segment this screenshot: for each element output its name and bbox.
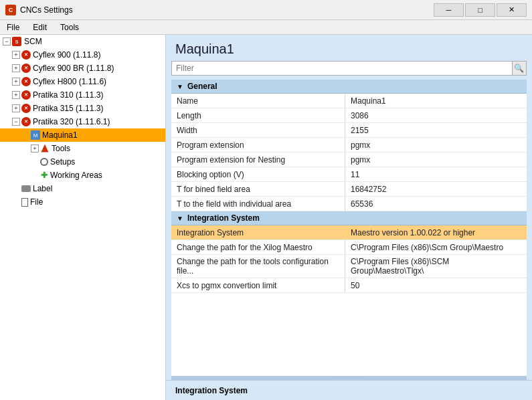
tree-item-label[interactable]: Label	[0, 182, 165, 195]
tree-label-pratika315: Pratika 315 (1.11.3)	[33, 104, 103, 113]
tree-label-setups: Setups	[50, 157, 75, 167]
status-label: Integration System	[175, 386, 248, 395]
cnc-icon-cyflex900: ✕	[21, 50, 31, 60]
filter-bar: 🔍	[166, 61, 532, 80]
table-spacer	[171, 293, 527, 346]
tree-item-maquina1[interactable]: M Maquina1	[0, 128, 165, 142]
tree-item-cyflex900br[interactable]: + ✕ Cyflex 900 BR (1.11.8)	[0, 62, 165, 75]
section-general-arrow: ▼	[177, 83, 183, 90]
tree-item-pratika320[interactable]: − ✕ Pratika 320 (1.11.6.1)	[0, 115, 165, 128]
status-bar: Integration System	[166, 380, 532, 400]
cnc-icon-pratika310: ✕	[21, 90, 31, 100]
tree-label-cyflex900br: Cyflex 900 BR (1.11.8)	[33, 64, 114, 73]
content-panel: Maquina1 🔍 ▼ General Name Maquina1 Lengt…	[166, 35, 532, 400]
expand-pratika315[interactable]: +	[12, 104, 20, 112]
content-title: Maquina1	[166, 35, 532, 61]
main-container: − S SCM + ✕ Cyflex 900 (1.11.8) + ✕ Cyfl…	[0, 35, 532, 400]
tree-label-pratika320: Pratika 320 (1.11.6.1)	[33, 117, 110, 126]
window-controls: ─ □ ✕	[434, 3, 527, 17]
menu-tools[interactable]: Tools	[54, 20, 86, 34]
label-icon	[21, 185, 31, 192]
prop-program-extension-nesting: Program extension for Nesting pgmx	[171, 153, 527, 167]
section-integration-arrow: ▼	[177, 215, 183, 222]
window-title: CNCs Settings	[20, 5, 434, 15]
tree-label-cyclexh800: Cyflex H800 (1.11.6)	[33, 77, 106, 86]
menu-edit[interactable]: Edit	[26, 20, 54, 34]
expand-pratika310[interactable]: +	[12, 91, 20, 99]
app-icon: C	[5, 5, 16, 15]
prop-xcs-pgmx-limit: Xcs to pgmx convertion limit 50	[171, 278, 527, 293]
cnc-icon-cyclexh800: ✕	[21, 77, 31, 86]
tree-item-cyclexh800[interactable]: + ✕ Cyflex H800 (1.11.6)	[0, 75, 165, 88]
prop-name: Name Maquina1	[171, 94, 527, 108]
prop-width: Width 2155	[171, 123, 527, 138]
section-integration-label: Integration System	[187, 213, 260, 223]
prop-program-extension: Program extension pgmx	[171, 138, 527, 153]
cnc-icon-cyflex900br: ✕	[21, 64, 31, 73]
expand-scm[interactable]: −	[3, 37, 11, 45]
section-general-label: General	[187, 82, 217, 91]
working-areas-icon: ✚	[40, 171, 48, 179]
tree-label-maquina1: Maquina1	[42, 130, 78, 140]
scm-icon: S	[12, 37, 21, 46]
tree-label-working-areas: Working Areas	[50, 171, 102, 180]
tree-label-tools: Tools	[52, 144, 70, 153]
prop-integration-system: Integration System Maestro version 1.00.…	[171, 225, 527, 240]
expand-cyflex900br[interactable]: +	[12, 64, 20, 72]
tree-label-file: File	[30, 197, 43, 207]
tree-item-pratika315[interactable]: + ✕ Pratika 315 (1.11.3)	[0, 102, 165, 115]
tree-item-setups[interactable]: Setups	[0, 155, 165, 169]
tree-item-cyflex900[interactable]: + ✕ Cyflex 900 (1.11.8)	[0, 48, 165, 62]
tree-label-label: Label	[33, 184, 52, 193]
properties-table[interactable]: ▼ General Name Maquina1 Length 3086 Widt…	[171, 80, 527, 376]
titlebar: C CNCs Settings ─ □ ✕	[0, 0, 532, 20]
setups-icon	[40, 158, 48, 166]
minimize-button[interactable]: ─	[434, 3, 464, 17]
tree-item-tools[interactable]: + Tools	[0, 142, 165, 155]
tree-item-working-areas[interactable]: ✚ Working Areas	[0, 169, 165, 182]
prop-t-bined: T for bined field area 16842752	[171, 182, 527, 197]
search-icon[interactable]: 🔍	[513, 61, 527, 76]
file-icon	[21, 198, 28, 207]
tree-item-pratika310[interactable]: + ✕ Pratika 310 (1.11.3)	[0, 88, 165, 102]
menu-file[interactable]: File	[0, 20, 26, 34]
tree-item-file[interactable]: File	[0, 195, 165, 209]
prop-t-individual: T to the field with individual area 6553…	[171, 197, 527, 211]
expand-pratika320[interactable]: −	[12, 118, 20, 126]
expand-cyclexh800[interactable]: +	[12, 78, 20, 86]
tree-item-scm[interactable]: − S SCM	[0, 35, 165, 48]
cnc-icon-pratika315: ✕	[21, 104, 31, 113]
prop-length: Length 3086	[171, 108, 527, 123]
tree-panel[interactable]: − S SCM + ✕ Cyflex 900 (1.11.8) + ✕ Cyfl…	[0, 35, 166, 400]
expand-tools[interactable]: +	[31, 144, 39, 153]
filter-input[interactable]	[171, 61, 513, 76]
prop-blocking-option: Blocking option (V) 11	[171, 167, 527, 182]
close-button[interactable]: ✕	[497, 3, 527, 17]
prop-tools-config-path: Change the path for the tools configurat…	[171, 255, 527, 278]
cnc-icon-pratika320: ✕	[21, 117, 31, 126]
prop-xilog-path: Change the path for the Xilog Maestro C\…	[171, 240, 527, 255]
maximize-button[interactable]: □	[465, 3, 495, 17]
section-general[interactable]: ▼ General	[171, 80, 527, 94]
section-integration[interactable]: ▼ Integration System	[171, 211, 527, 225]
expand-cyflex900[interactable]: +	[12, 51, 20, 59]
tree-label-cyflex900: Cyflex 900 (1.11.8)	[33, 50, 100, 60]
menubar: File Edit Tools	[0, 20, 532, 35]
tree-label-scm: SCM	[24, 37, 42, 46]
machine-icon: M	[31, 130, 40, 140]
tree-label-pratika310: Pratika 310 (1.11.3)	[33, 90, 103, 100]
